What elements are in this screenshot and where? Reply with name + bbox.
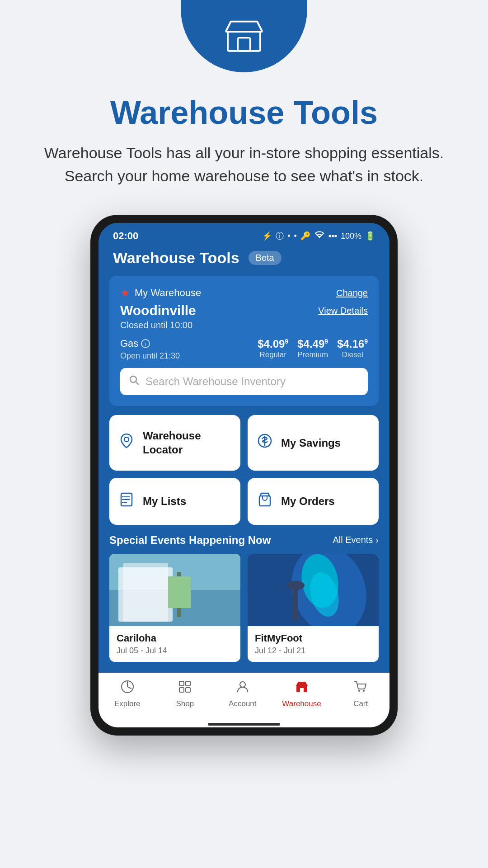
all-events-text: All Events	[333, 535, 373, 545]
search-icon	[129, 375, 139, 388]
svg-rect-18	[123, 563, 168, 622]
special-events-title: Special Events Happening Now	[109, 534, 271, 547]
search-bar[interactable]: Search Warehouse Inventory	[120, 368, 368, 395]
nav-item-explore[interactable]: Explore	[109, 680, 145, 708]
svg-point-35	[358, 690, 360, 692]
hero-section: Warehouse Tools Warehouse Tools has all …	[0, 95, 488, 188]
cariloha-event-image	[109, 554, 240, 626]
warehouse-name: Woodinville	[120, 303, 196, 318]
svg-rect-30	[179, 688, 184, 692]
account-label: Account	[229, 699, 256, 708]
flash-icon: ⚡	[262, 231, 272, 241]
beta-badge: Beta	[249, 251, 282, 265]
signal-icon: ▪▪▪	[328, 231, 337, 241]
fitmyfoot-event-name: FitMyFoot	[255, 632, 371, 644]
nav-item-warehouse[interactable]: Warehouse	[282, 680, 321, 708]
events-grid: Cariloha Jul 05 - Jul 14	[109, 554, 379, 662]
warehouse-locator-button[interactable]: WarehouseLocator	[109, 415, 240, 470]
battery-icon: 🔋	[365, 231, 375, 241]
home-indicator	[99, 719, 389, 727]
store-icon	[224, 15, 264, 57]
svg-rect-34	[300, 688, 304, 692]
warehouse-name-row: Woodinville View Details	[120, 303, 368, 318]
cariloha-event-dates: Jul 05 - Jul 14	[117, 646, 233, 656]
cariloha-event-name: Cariloha	[117, 632, 233, 644]
my-warehouse-label: ★ My Warehouse	[120, 287, 201, 299]
closed-text: Closed until 10:00	[120, 320, 368, 330]
dot-icon: •	[287, 231, 290, 241]
orders-icon	[257, 491, 273, 511]
cart-icon	[354, 680, 367, 697]
warehouse-locator-label: WarehouseLocator	[143, 429, 201, 457]
grid-buttons: WarehouseLocator My Savings	[109, 415, 379, 524]
fitmyfoot-event-info: FitMyFoot Jul 12 - Jul 21	[248, 626, 379, 662]
nav-item-account[interactable]: Account	[225, 680, 261, 708]
star-icon: ★	[120, 287, 130, 299]
svg-point-36	[363, 690, 365, 692]
svg-rect-29	[186, 681, 190, 686]
explore-icon	[121, 680, 134, 697]
gas-open: Open until 21:30	[120, 351, 180, 361]
lists-icon	[118, 491, 135, 511]
status-time: 02:00	[113, 230, 138, 242]
app-header: Warehouse Tools Beta	[99, 245, 389, 276]
my-orders-label: My Orders	[281, 494, 335, 508]
shop-label: Shop	[176, 699, 194, 708]
wifi-icon	[314, 231, 325, 241]
gas-price-regular: $4.099 Regular	[258, 338, 288, 359]
svg-rect-25	[293, 585, 298, 622]
svg-rect-1	[238, 38, 250, 51]
main-content: ★ My Warehouse Change Woodinville View D…	[99, 276, 389, 672]
phone-mockup: 02:00 ⚡ ⓘ • • 🔑 ▪▪▪ 100% 🔋	[90, 215, 398, 735]
info-status-icon: ⓘ	[276, 231, 284, 241]
nav-item-cart[interactable]: Cart	[343, 680, 379, 708]
home-indicator-bar	[208, 723, 280, 726]
fitmyfoot-event-dates: Jul 12 - Jul 21	[255, 646, 371, 656]
gas-prices: $4.099 Regular $4.499 Premium $4.169 Die…	[258, 338, 368, 359]
warehouse-nav-icon	[295, 680, 309, 697]
gas-price-premium: $4.499 Premium	[297, 338, 328, 359]
account-icon	[236, 680, 249, 697]
change-link[interactable]: Change	[336, 288, 368, 298]
gas-label-text: Gas	[120, 338, 138, 349]
warehouse-card: ★ My Warehouse Change Woodinville View D…	[109, 276, 379, 406]
my-lists-label: My Lists	[143, 494, 186, 508]
battery-text: 100%	[341, 231, 361, 241]
status-icons: ⚡ ⓘ • • 🔑 ▪▪▪ 100% 🔋	[262, 231, 375, 241]
cariloha-event-info: Cariloha Jul 05 - Jul 14	[109, 626, 240, 662]
gas-info-icon[interactable]: i	[141, 339, 150, 348]
top-circle-decoration	[181, 0, 307, 72]
my-savings-label: My Savings	[281, 436, 341, 450]
event-card-fitmyfoot[interactable]: FitMyFoot Jul 12 - Jul 21	[248, 554, 379, 662]
warehouse-nav-label: Warehouse	[282, 699, 321, 708]
chevron-right-icon: ›	[375, 535, 379, 545]
svg-rect-28	[179, 681, 184, 686]
special-events-header: Special Events Happening Now All Events …	[109, 534, 379, 547]
cart-label: Cart	[353, 699, 368, 708]
all-events-link[interactable]: All Events ›	[333, 535, 379, 545]
gas-price-diesel: $4.169 Diesel	[337, 338, 368, 359]
bottom-nav: Explore Shop	[99, 673, 389, 719]
warehouse-header-row: ★ My Warehouse Change	[120, 287, 368, 299]
svg-point-26	[286, 581, 305, 590]
view-details-link[interactable]: View Details	[318, 306, 368, 316]
svg-line-4	[136, 382, 139, 385]
my-lists-button[interactable]: My Lists	[109, 478, 240, 525]
hero-title: Warehouse Tools	[36, 95, 452, 131]
my-orders-button[interactable]: My Orders	[248, 478, 379, 525]
fitmyfoot-event-image	[248, 554, 379, 626]
nav-item-shop[interactable]: Shop	[167, 680, 203, 708]
phone-screen: 02:00 ⚡ ⓘ • • 🔑 ▪▪▪ 100% 🔋	[99, 223, 389, 727]
search-placeholder-text: Search Warehouse Inventory	[145, 375, 286, 388]
event-card-cariloha[interactable]: Cariloha Jul 05 - Jul 14	[109, 554, 240, 662]
dot-icon2: •	[294, 231, 296, 241]
location-icon	[118, 433, 135, 453]
gas-left: Gas i Open until 21:30	[120, 338, 180, 361]
svg-rect-20	[168, 576, 191, 608]
svg-rect-31	[186, 688, 190, 692]
status-bar: 02:00 ⚡ ⓘ • • 🔑 ▪▪▪ 100% 🔋	[99, 223, 389, 245]
my-savings-button[interactable]: My Savings	[248, 415, 379, 470]
hero-subtitle: Warehouse Tools has all your in-store sh…	[36, 142, 452, 188]
savings-icon	[257, 433, 273, 453]
gas-section: Gas i Open until 21:30 $4.099 Regular $4…	[120, 338, 368, 361]
